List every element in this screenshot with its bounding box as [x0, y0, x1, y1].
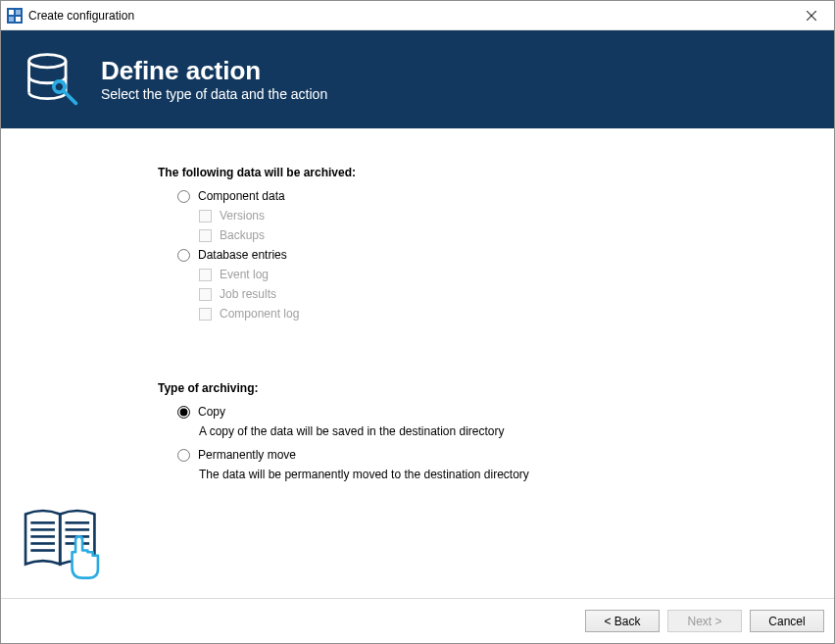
checkbox-icon — [199, 269, 212, 281]
window-title: Create configuration — [28, 9, 789, 23]
banner-text: Define action Select the type of data an… — [101, 57, 327, 103]
radio-database-entries-label: Database entries — [198, 248, 287, 262]
radio-copy[interactable]: Copy — [177, 405, 834, 419]
desc-move: The data will be permanently moved to th… — [199, 468, 834, 481]
check-eventlog-label: Event log — [220, 268, 269, 281]
titlebar: Create configuration — [1, 1, 834, 30]
radio-copy-input[interactable] — [177, 406, 190, 419]
desc-copy: A copy of the data will be saved in the … — [199, 424, 834, 438]
back-button-label: < Back — [604, 615, 640, 628]
cancel-button[interactable]: Cancel — [750, 610, 824, 632]
check-versions-label: Versions — [220, 209, 265, 223]
svg-rect-3 — [9, 17, 14, 22]
check-eventlog: Event log — [199, 268, 834, 281]
radio-component-data-label: Component data — [198, 189, 285, 203]
section1-heading: The following data will be archived: — [158, 166, 834, 179]
next-button-label: Next > — [687, 615, 721, 628]
svg-rect-4 — [16, 17, 21, 22]
radio-move-input[interactable] — [177, 449, 190, 462]
wizard-window: Create configuration — [0, 0, 835, 644]
database-wrench-icon — [23, 50, 81, 109]
banner-subheading: Select the type of data and the action — [101, 86, 327, 102]
check-componentlog-label: Component log — [220, 307, 299, 321]
svg-point-7 — [29, 55, 67, 68]
checkbox-icon — [199, 308, 212, 321]
content: The following data will be archived: Com… — [1, 128, 834, 598]
back-button[interactable]: < Back — [585, 610, 660, 632]
book-select-icon — [19, 504, 105, 584]
data-type-group: Component data Versions Backups Database… — [177, 189, 834, 321]
checkbox-icon — [199, 288, 212, 301]
radio-database-entries-input[interactable] — [177, 249, 190, 262]
close-button[interactable] — [789, 1, 834, 30]
checkbox-icon — [199, 210, 212, 223]
section2-heading: Type of archiving: — [158, 381, 834, 395]
radio-component-data[interactable]: Component data — [177, 189, 834, 203]
next-button: Next > — [667, 610, 742, 632]
banner: Define action Select the type of data an… — [1, 30, 834, 128]
check-jobresults: Job results — [199, 287, 834, 301]
check-jobresults-label: Job results — [220, 287, 276, 301]
footer: < Back Next > Cancel — [1, 598, 834, 643]
svg-rect-1 — [9, 10, 14, 15]
check-versions: Versions — [199, 209, 834, 223]
check-backups-label: Backups — [220, 228, 265, 242]
radio-move[interactable]: Permanently move — [177, 448, 834, 462]
checkbox-icon — [199, 229, 212, 242]
banner-heading: Define action — [101, 57, 327, 85]
app-icon — [7, 8, 23, 24]
close-icon — [807, 11, 816, 21]
radio-database-entries[interactable]: Database entries — [177, 248, 834, 262]
radio-copy-label: Copy — [198, 405, 225, 419]
svg-rect-2 — [16, 10, 21, 15]
radio-move-label: Permanently move — [198, 448, 296, 462]
archiving-type-group: Copy A copy of the data will be saved in… — [177, 405, 834, 481]
cancel-button-label: Cancel — [768, 615, 805, 628]
check-componentlog: Component log — [199, 307, 834, 321]
check-backups: Backups — [199, 228, 834, 242]
radio-component-data-input[interactable] — [177, 190, 190, 203]
